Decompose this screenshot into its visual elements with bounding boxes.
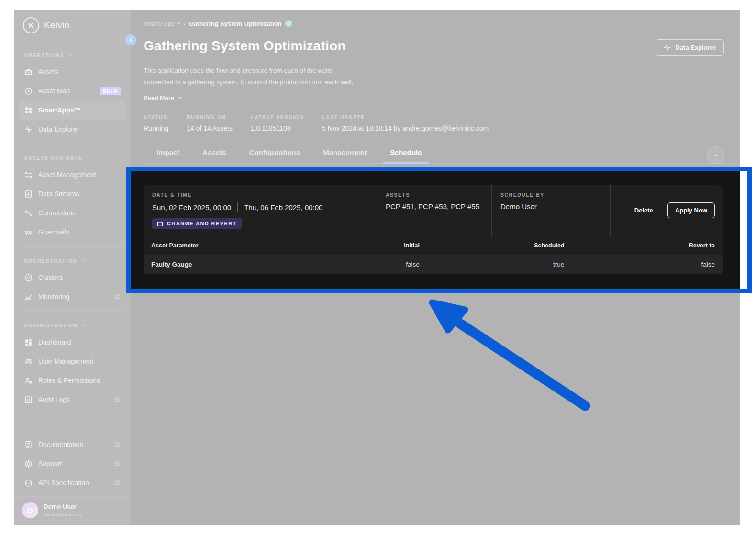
status-value: Running (144, 124, 168, 132)
sidebar-section-orchestration[interactable]: ORCHESTRATION (19, 252, 126, 268)
status-col: STATUS Running (144, 114, 168, 132)
schedule-actions: Delete Apply Now (611, 185, 723, 236)
external-link-icon (114, 480, 121, 487)
sidebar-item-documentation[interactable]: Documentation (19, 435, 126, 454)
sidebar-item-label: Support (38, 460, 62, 468)
data-explorer-button[interactable]: Data Explorer (656, 39, 724, 56)
sidebar-item-label: Data Explorer (38, 125, 79, 133)
cell-asset-parameter: Faulty Gauge (144, 255, 387, 274)
status-label: LATEST VERSION (251, 114, 304, 120)
delete-button[interactable]: Delete (632, 206, 656, 214)
chevron-up-icon (713, 152, 719, 158)
api-icon (24, 479, 33, 487)
sidebar-item-guardrails[interactable]: Guardrails (19, 223, 126, 242)
sidebar-footer: Documentation Support API Specification (14, 431, 131, 492)
tab-assets[interactable]: Assets (201, 144, 227, 163)
column-header-scheduled: Scheduled (427, 236, 572, 255)
user-gear-icon (24, 376, 33, 385)
sidebar-item-asset-map[interactable]: Asset Map BETA (19, 81, 126, 100)
sidebar-item-label: Clusters (38, 274, 63, 281)
barrier-icon (24, 228, 33, 236)
beta-badge: BETA (100, 87, 121, 95)
user-menu[interactable]: D Demo User demo@kelvin.ai (14, 496, 131, 525)
logo-trademark-mark: ˙ (75, 22, 77, 29)
compass-icon (24, 87, 33, 95)
collapse-panel-button[interactable] (707, 146, 724, 164)
sidebar-item-smartapps[interactable]: SmartApps™ (19, 100, 126, 120)
sidebar-item-dashboard[interactable]: Dashboard (19, 333, 126, 352)
connections-icon (24, 209, 33, 217)
status-col: LATEST VERSION 1.0.11051108 (251, 114, 304, 132)
sidebar-item-connections[interactable]: Connections (19, 203, 126, 223)
tab-schedule[interactable]: Schedule (389, 144, 423, 163)
sidebar-item-monitoring[interactable]: Monitoring (19, 287, 126, 306)
schedule-datetime-section: DATE & TIME Sun, 02 Feb 2025, 00:00 Thu,… (144, 185, 377, 236)
sidebar-section-administration[interactable]: ADMINISTRATION (19, 316, 126, 333)
column-header-revert-to: Revert to (572, 236, 723, 255)
sidebar-item-label: User Management (38, 357, 93, 365)
schedule-end-date: Thu, 06 Feb 2025, 00:00 (244, 203, 322, 212)
chevron-left-icon (128, 37, 133, 43)
breadcrumb-parent[interactable]: SmartApps™ (144, 20, 180, 27)
sidebar-item-assets[interactable]: Assets (19, 62, 126, 81)
section-label: ORCHESTRATION (24, 258, 78, 264)
logo-text: Kelvin (44, 20, 70, 31)
divider (19, 431, 126, 431)
schedule-card: DATE & TIME Sun, 02 Feb 2025, 00:00 Thu,… (144, 185, 723, 274)
sidebar-item-data-streams[interactable]: Data Streams (19, 184, 126, 203)
users-icon (24, 357, 33, 366)
apply-now-button[interactable]: Apply Now (667, 202, 715, 218)
code-icon (24, 395, 33, 404)
schedule-by-label: SCHEDULE BY (500, 192, 601, 198)
divider (19, 246, 126, 247)
app-window: K Kelvin ˙ OPERATIONS Assets Asset Map B… (14, 10, 740, 525)
sidebar-item-api-specification[interactable]: API Specification (19, 473, 126, 492)
cluster-icon (24, 273, 33, 282)
status-bar: STATUS Running RUNNING ON 14 of 14 Asset… (144, 114, 724, 132)
page-title: Gathering System Optimization (144, 38, 346, 54)
sidebar-item-label: Dashboard (38, 338, 71, 346)
tab-impact[interactable]: Impact (156, 144, 180, 163)
bar-chart-icon (24, 190, 33, 198)
sidebar-collapse-button[interactable] (125, 34, 136, 45)
description-line: connected to a gathering system, to cont… (144, 77, 724, 88)
external-link-icon (114, 293, 121, 301)
page: K Kelvin ˙ OPERATIONS Assets Asset Map B… (0, 0, 756, 536)
sidebar-item-label: Monitoring (38, 293, 69, 301)
divider (19, 311, 126, 312)
sidebar-section-assets-and-data[interactable]: ASSETS AND DATA (19, 149, 126, 165)
table-row[interactable]: Faulty Gauge false true false (144, 255, 723, 274)
breadcrumb: SmartApps™ / Gathering System Optimizati… (144, 20, 724, 27)
section-label: ASSETS AND DATA (24, 155, 82, 161)
sidebar-item-support[interactable]: Support (19, 454, 126, 473)
tab-configurations[interactable]: Configurations (248, 144, 301, 163)
badge-label: CHANGE AND REVERT (167, 221, 237, 226)
status-col: LAST UPDATE 5 Nov 2024 at 18:10:14 by an… (322, 114, 489, 132)
status-value: 5 Nov 2024 at 18:10:14 by andre.gomes@ke… (322, 124, 489, 132)
sidebar-item-asset-management[interactable]: Asset Management (19, 165, 126, 184)
kelvin-logo-icon: K (23, 17, 39, 34)
tab-management[interactable]: Management (322, 144, 368, 163)
sidebar-item-label: Asset Map (38, 87, 70, 95)
sidebar-item-clusters[interactable]: Clusters (19, 268, 126, 287)
read-more-toggle[interactable]: Read More (144, 95, 724, 101)
user-email: demo@kelvin.ai (44, 512, 81, 517)
sidebar-item-label: Assets (38, 68, 58, 76)
sidebar-item-label: Roles & Permissions (38, 377, 100, 384)
app-description: This application uses the flow and press… (144, 65, 724, 89)
waveform-icon (664, 44, 671, 51)
sidebar-item-audit-logs[interactable]: Audit Logs (19, 390, 126, 409)
sidebar-section-operations[interactable]: OPERATIONS (19, 46, 126, 62)
sidebar-item-user-management[interactable]: User Management (19, 352, 126, 371)
document-icon (24, 440, 33, 449)
schedule-by-section: SCHEDULE BY Demo User (492, 185, 611, 236)
sidebar: K Kelvin ˙ OPERATIONS Assets Asset Map B… (14, 10, 131, 525)
cell-initial: false (387, 255, 427, 274)
chevron-down-icon (86, 156, 90, 160)
sidebar-item-label: Guardrails (38, 228, 69, 236)
chevron-down-icon (81, 323, 86, 328)
sidebar-item-roles-permissions[interactable]: Roles & Permissions (19, 371, 126, 390)
sidebar-item-data-explorer[interactable]: Data Explorer (19, 120, 126, 139)
section-label: ADMINISTRATION (24, 323, 78, 328)
sidebar-item-label: Data Streams (38, 190, 79, 198)
